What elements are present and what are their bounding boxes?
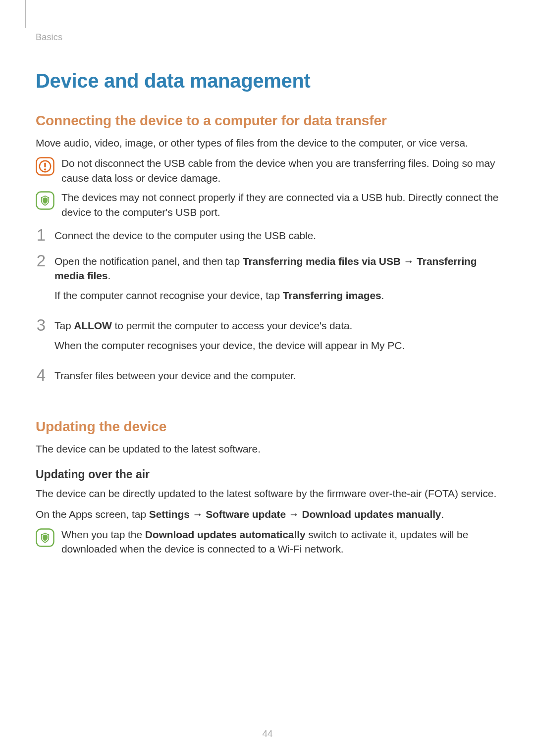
ota-p2: On the Apps screen, tap Settings → Softw… [36, 507, 500, 521]
step-3-body: Tap ALLOW to permit the computer to acce… [54, 318, 405, 357]
info-icon [36, 191, 54, 210]
ota-p2-e: . [441, 508, 444, 520]
svg-rect-2 [44, 163, 46, 168]
info-note-usb-hub: The devices may not connect properly if … [36, 190, 500, 219]
step-2-note-a: If the computer cannot recognise your de… [54, 290, 283, 301]
step-2-text-a: Open the notification panel, and then ta… [54, 255, 243, 267]
header-left-rule [25, 0, 26, 28]
step-2-arrow: → [401, 255, 417, 267]
step-3-bold-b: ALLOW [74, 320, 111, 331]
step-3-note: When the computer recognises your device… [54, 338, 405, 353]
auto-update-a: When you tap the [61, 529, 145, 540]
step-2-note-c: . [381, 290, 384, 301]
step-number-3: 3 [36, 317, 47, 333]
step-number-4: 4 [36, 367, 47, 383]
warning-icon [36, 157, 54, 176]
step-2-text-d: . [107, 270, 110, 281]
step-4-text: Transfer files between your device and t… [54, 368, 296, 383]
page-number: 44 [262, 728, 272, 739]
ota-p2-b: Settings [149, 508, 190, 520]
step-2-bold-b: Transferring media files via USB [243, 255, 401, 267]
section2-intro: The device can be updated to the latest … [36, 442, 500, 456]
step-1-text: Connect the device to the computer using… [54, 228, 316, 243]
info-text-auto-update: When you tap the Download updates automa… [61, 527, 500, 556]
page-content: Device and data management Connecting th… [36, 70, 500, 556]
section-heading-connecting: Connecting the device to a computer for … [36, 113, 500, 129]
step-number-1: 1 [36, 227, 47, 243]
page-title: Device and data management [36, 70, 500, 92]
ota-p1: The device can be directly updated to th… [36, 486, 500, 501]
steps-list: 1 Connect the device to the computer usi… [36, 228, 500, 383]
ota-p2-d: Download updates manually [302, 508, 441, 520]
ota-p2-a: On the Apps screen, tap [36, 508, 149, 520]
warning-note: Do not disconnect the USB cable from the… [36, 156, 500, 185]
step-number-2: 2 [36, 252, 47, 269]
subsection-heading-ota: Updating over the air [36, 468, 500, 481]
step-3-text-c: to permit the computer to access your de… [112, 320, 352, 331]
step-3-text-a: Tap [54, 320, 74, 331]
step-2-note-b: Transferring images [283, 290, 381, 301]
info-note-auto-update: When you tap the Download updates automa… [36, 527, 500, 556]
step-3: 3 Tap ALLOW to permit the computer to ac… [36, 318, 500, 357]
svg-point-3 [44, 169, 46, 171]
step-4: 4 Transfer files between your device and… [36, 368, 500, 383]
breadcrumb: Basics [36, 32, 500, 43]
section-heading-updating: Updating the device [36, 419, 500, 435]
section1-intro: Move audio, video, image, or other types… [36, 136, 500, 150]
step-2: 2 Open the notification panel, and then … [36, 254, 500, 307]
auto-update-b: Download updates automatically [145, 529, 306, 540]
ota-p2-arrow1: → [190, 508, 206, 520]
warning-text: Do not disconnect the USB cable from the… [61, 156, 500, 185]
ota-p2-arrow2: → [286, 508, 302, 520]
info-icon [36, 528, 54, 547]
step-2-body: Open the notification panel, and then ta… [54, 254, 500, 307]
ota-p2-c: Software update [206, 508, 286, 520]
info-text-usb-hub: The devices may not connect properly if … [61, 190, 500, 219]
step-1: 1 Connect the device to the computer usi… [36, 228, 500, 243]
